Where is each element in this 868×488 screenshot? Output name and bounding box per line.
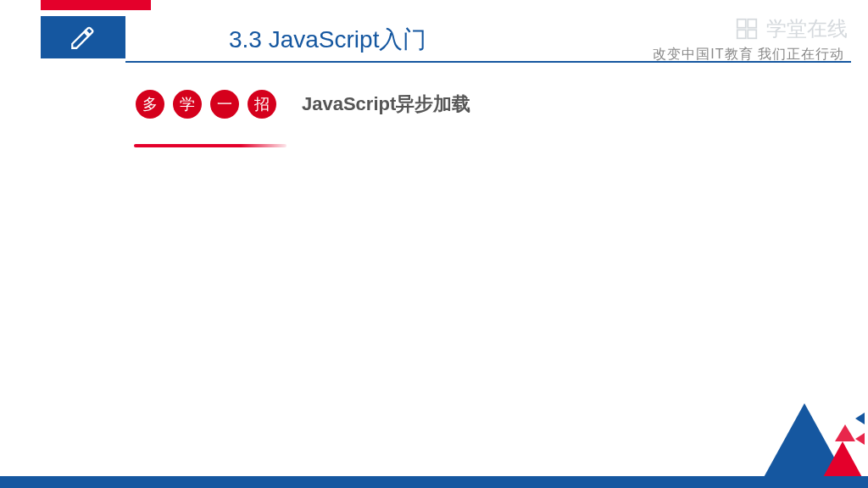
- header-divider: [125, 61, 851, 63]
- section-underline: [134, 144, 287, 147]
- watermark-logo-icon: [734, 16, 760, 42]
- badge-yi: 一: [210, 90, 239, 119]
- section-heading: JavaScript异步加载: [302, 92, 470, 117]
- badges-row: 多 学 一 招 JavaScript异步加载: [136, 90, 470, 119]
- page-title: 3.3 JavaScript入门: [229, 24, 426, 56]
- top-accent-bar: [41, 0, 151, 10]
- svg-rect-1: [737, 19, 746, 28]
- decor-triangle-small: [835, 424, 855, 441]
- badge-zhao: 招: [248, 90, 276, 119]
- badge-xue: 学: [173, 90, 202, 119]
- nav-arrow-prev-icon[interactable]: [855, 413, 865, 424]
- pencil-icon: [69, 23, 97, 52]
- footer-bar: [0, 476, 868, 488]
- brand-watermark: 学堂在线: [734, 15, 848, 42]
- svg-rect-2: [748, 19, 756, 28]
- badge-duo: 多: [136, 90, 164, 119]
- header-icon-tab: [41, 16, 125, 58]
- svg-rect-4: [748, 30, 756, 38]
- svg-rect-3: [737, 30, 746, 38]
- nav-arrow-next-icon[interactable]: [855, 433, 865, 445]
- watermark-brand-text: 学堂在线: [766, 15, 848, 42]
